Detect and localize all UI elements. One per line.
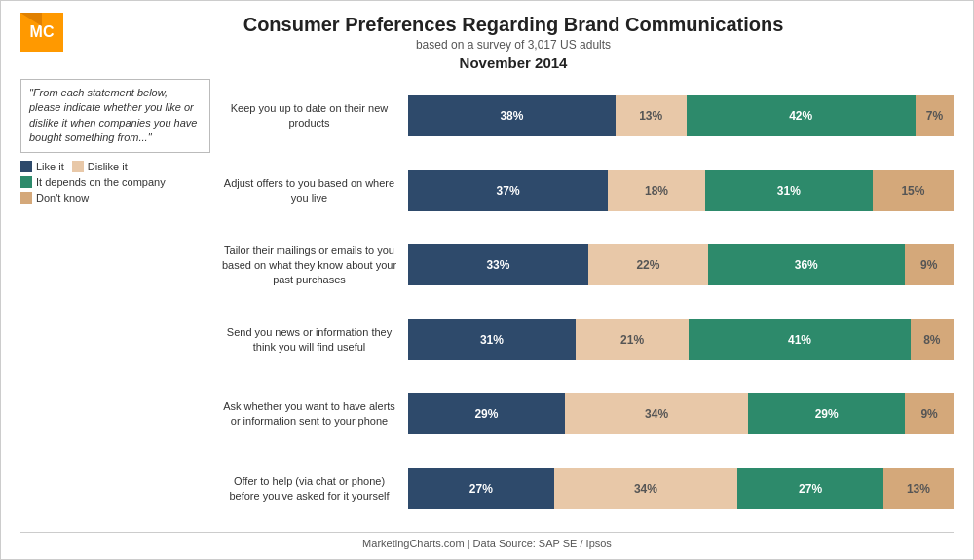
mc-logo: MC — [20, 13, 63, 52]
bar-container: 33%22%36%9% — [408, 244, 954, 285]
bar-segment-dontknow: 15% — [873, 170, 954, 211]
row-label: Tailor their mailings or emails to you b… — [218, 244, 408, 285]
legend-item-like: Like it — [20, 161, 64, 172]
left-panel: "From each statement below, please indic… — [20, 79, 210, 526]
bar-segment-like: 38% — [408, 95, 616, 136]
bar-row: Adjust offers to you based on where you … — [218, 170, 954, 211]
bar-segment-depends: 36% — [708, 244, 905, 285]
chart-area: "From each statement below, please indic… — [20, 79, 954, 526]
row-label: Keep you up to date on their new product… — [218, 95, 408, 136]
bar-container: 31%21%41%8% — [408, 319, 954, 360]
main-title: Consumer Preferences Regarding Brand Com… — [73, 13, 954, 36]
bar-segment-dislike: 18% — [608, 170, 705, 211]
bar-segment-dontknow: 7% — [916, 95, 954, 136]
bar-segment-like: 29% — [408, 393, 565, 434]
bar-segment-depends: 41% — [689, 319, 910, 360]
row-label: Send you news or information they think … — [218, 319, 408, 360]
bar-segment-like: 33% — [408, 244, 588, 285]
bar-segment-dontknow: 8% — [911, 319, 954, 360]
legend-item-dontknow: Don't know — [20, 192, 89, 204]
bars-area: Keep you up to date on their new product… — [210, 79, 954, 526]
legend-label-dislike: Dislike it — [88, 161, 128, 172]
question-text: "From each statement below, please indic… — [20, 79, 210, 153]
bar-row: Offer to help (via chat or phone) before… — [218, 468, 954, 509]
main-container: MC Consumer Preferences Regarding Brand … — [0, 0, 974, 560]
bar-segment-dislike: 13% — [616, 95, 687, 136]
footer: MarketingCharts.com | Data Source: SAP S… — [20, 532, 954, 549]
date-title: November 2014 — [73, 55, 954, 71]
legend-label-dontknow: Don't know — [36, 192, 89, 204]
bar-row: Send you news or information they think … — [218, 319, 954, 360]
bar-segment-dontknow: 9% — [905, 244, 954, 285]
legend-color-like — [20, 161, 32, 172]
bar-segment-depends: 29% — [748, 393, 905, 434]
legend-color-dislike — [72, 161, 84, 172]
header: MC Consumer Preferences Regarding Brand … — [20, 13, 954, 71]
bar-row: Ask whether you want to have alerts or i… — [218, 393, 954, 434]
legend-label-like: Like it — [36, 161, 64, 172]
legend: Like itDislike itIt depends on the compa… — [20, 161, 210, 204]
bar-row: Keep you up to date on their new product… — [218, 95, 954, 136]
row-label: Adjust offers to you based on where you … — [218, 170, 408, 211]
bar-segment-dontknow: 13% — [883, 468, 954, 509]
bar-container: 37%18%31%15% — [408, 170, 954, 211]
bar-segment-like: 31% — [408, 319, 576, 360]
bar-segment-dislike: 34% — [565, 393, 749, 434]
legend-item-dislike: Dislike it — [72, 161, 128, 172]
legend-color-depends — [20, 176, 32, 188]
bar-segment-like: 27% — [408, 468, 554, 509]
bar-segment-dislike: 21% — [576, 319, 689, 360]
row-label: Ask whether you want to have alerts or i… — [218, 393, 408, 434]
bar-segment-depends: 42% — [687, 95, 916, 136]
bar-segment-dislike: 34% — [554, 468, 738, 509]
bar-segment-depends: 31% — [705, 170, 873, 211]
legend-item-depends: It depends on the company — [20, 176, 166, 188]
bar-segment-like: 37% — [408, 170, 608, 211]
bar-row: Tailor their mailings or emails to you b… — [218, 244, 954, 285]
row-label: Offer to help (via chat or phone) before… — [218, 468, 408, 509]
bar-segment-dontknow: 9% — [905, 393, 954, 434]
legend-label-depends: It depends on the company — [36, 176, 166, 188]
subtitle: based on a survey of 3,017 US adults — [73, 38, 954, 52]
legend-color-dontknow — [20, 192, 32, 204]
bar-segment-dislike: 22% — [588, 244, 708, 285]
bar-segment-depends: 27% — [737, 468, 883, 509]
bar-container: 38%13%42%7% — [408, 95, 954, 136]
bar-container: 29%34%29%9% — [408, 393, 954, 434]
bar-container: 27%34%27%13% — [408, 468, 954, 509]
title-block: Consumer Preferences Regarding Brand Com… — [73, 13, 954, 71]
